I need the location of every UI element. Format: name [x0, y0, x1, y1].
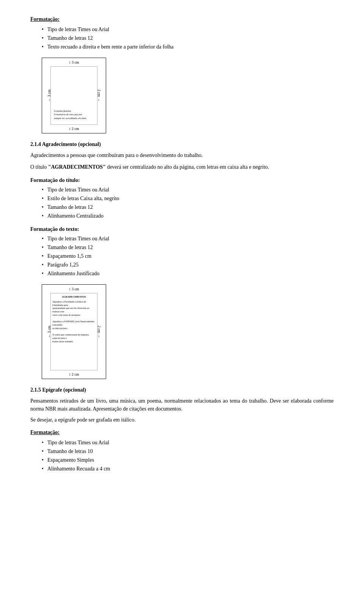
formatting-title-label: Formatação do título:	[30, 176, 334, 184]
list-item: Tipo de letras Times ou Arial	[42, 235, 334, 243]
list-item: Espaçamento 1,5 cm	[42, 252, 334, 260]
formatting-top-list: Tipo de letras Times ou Arial Tamanho de…	[42, 25, 334, 51]
list-item: Tipo de letras Times ou Arial	[42, 186, 334, 194]
section-2-1-4-description: Agradecimentos a pessoas que contribuíra…	[30, 151, 334, 159]
formatting-top-section: Formatação: Tipo de letras Times ou Aria…	[30, 15, 334, 51]
diagram2-top-arrow: ↕ 3 cm	[69, 286, 79, 292]
list-item: Tipo de letras Times ou Arial	[42, 25, 334, 33]
list-item: Parágrafo 1,25	[42, 261, 334, 269]
diagram1-content: A minha família À memória de meu pai por…	[54, 110, 94, 121]
diagram2-title: AGRADECIMENTOS	[52, 295, 96, 299]
section-2-1-4: 2.1.4 Agradecimento (opcional) Agradecim…	[30, 140, 334, 159]
formatting-epigrafe-section: Formatação: Tipo de letras Times ou Aria…	[30, 428, 334, 473]
list-item: Texto recuado a direita e bem rente a pa…	[42, 43, 334, 51]
diagram-2: ↕ 3 cm ← 3 cm 2 cm → ↕ 2 cm AGRADECIMENT…	[42, 284, 106, 379]
list-item: Alinhamento Recuada a 4 cm	[42, 465, 334, 473]
section-2-1-5-heading: 2.1.5 Epígrafe (opcional)	[30, 386, 334, 394]
list-item: Alinhamento Justificado	[42, 270, 334, 277]
formatting-top-label: Formatação:	[30, 15, 334, 23]
list-item: Tamanho de letras 10	[42, 447, 334, 455]
list-item: Tamanho de letras 12	[42, 243, 334, 251]
section-2-1-5: 2.1.5 Epígrafe (opcional) Pensamentos re…	[30, 386, 334, 424]
section-2-1-4-heading: 2.1.4 Agradecimento (opcional)	[30, 140, 334, 148]
diagram1-top-arrow: ↕ 3 cm	[69, 60, 79, 65]
formatting-title-list: Tipo de letras Times ou Arial Estilo de …	[42, 186, 334, 220]
section-2-1-5-description1: Pensamentos retirados de um livro, uma m…	[30, 397, 334, 413]
formatting-title-section: Formatação do título: Tipo de letras Tim…	[30, 176, 334, 220]
formatting-epigrafe-label: Formatação:	[30, 428, 334, 436]
diagram2-inner: AGRADECIMENTOS Agradeço à Faculdade Cató…	[50, 293, 97, 370]
list-item: Espaçamento Simples	[42, 456, 334, 464]
formatting-text-section: Formatação do texto: Tipo de letras Time…	[30, 225, 334, 277]
formatting-text-label: Formatação do texto:	[30, 225, 334, 233]
list-item: Tamanho de letras 12	[42, 34, 334, 42]
diagram2-bottom-arrow: ↕ 2 cm	[69, 371, 79, 377]
list-item: Estilo de letras Caixa alta, negrito	[42, 194, 334, 202]
diagram1-bottom-arrow: ↕ 2 cm	[69, 126, 79, 132]
formatting-epigrafe-list: Tipo de letras Times ou Arial Tamanho de…	[42, 439, 334, 473]
diagram-1: ↕ 3 cm ← 3 cm 2 cm → ↕ 2 cm A minha famí…	[42, 58, 106, 133]
section-2-1-5-description2: Se desejar, a epígrafe pode ser grafada …	[30, 416, 334, 424]
formatting-text-list: Tipo de letras Times ou Arial Tamanho de…	[42, 235, 334, 277]
diagram1-inner: A minha família À memória de meu pai por…	[50, 66, 97, 125]
list-item: Tipo de letras Times ou Arial	[42, 439, 334, 447]
list-item: Tamanho de letras 12	[42, 203, 334, 211]
diagram2-content: AGRADECIMENTOS Agradeço à Faculdade Cató…	[51, 293, 97, 345]
list-item: Alinhamento Centralizado	[42, 212, 334, 220]
paragraph-agradecimento: O título "AGRADECIMENTOS" deverá ser cen…	[30, 163, 334, 171]
